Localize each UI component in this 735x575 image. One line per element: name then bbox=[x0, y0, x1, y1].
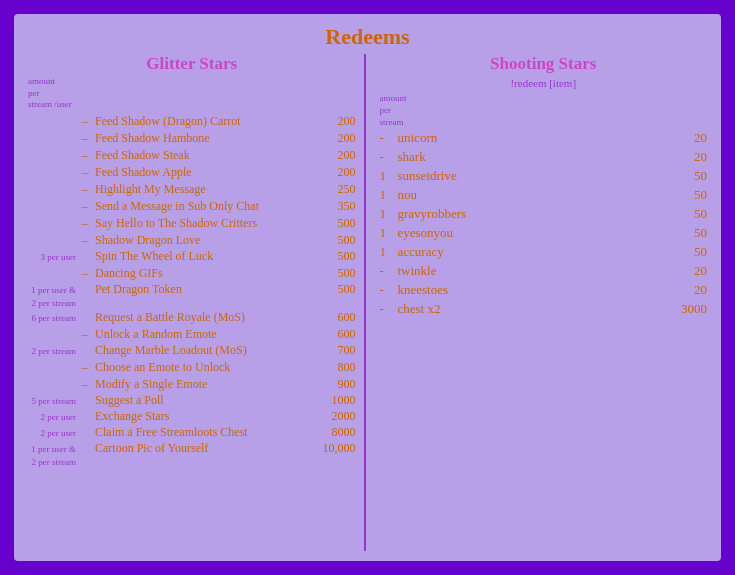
left-items-list: –Feed Shadow (Dragon) Carrot200–Feed Sha… bbox=[28, 113, 356, 468]
right-row-label: shark bbox=[398, 149, 668, 165]
left-list-item: 3 per userSpin The Wheel of Luck500 bbox=[28, 249, 356, 264]
row-prefix: 3 per user bbox=[28, 251, 76, 264]
right-row-amount: 20 bbox=[667, 263, 707, 279]
right-row-label: accuracy bbox=[398, 244, 668, 260]
right-row-amount: 50 bbox=[667, 206, 707, 222]
row-label: Feed Shadow Apple bbox=[95, 165, 318, 180]
right-row-label: unicorn bbox=[398, 130, 668, 146]
row-prefix: 2 per user bbox=[28, 427, 76, 440]
right-row-label: kneestoes bbox=[398, 282, 668, 298]
left-list-item: 2 per userClaim a Free Streamloots Chest… bbox=[28, 425, 356, 440]
row-amount: 350 bbox=[318, 199, 356, 214]
row-label: Modify a Single Emote bbox=[95, 377, 318, 392]
row-amount: 500 bbox=[318, 266, 356, 281]
right-row-dash: 1 bbox=[380, 187, 398, 203]
row-label: Unlock a Random Emote bbox=[95, 327, 318, 342]
left-list-item: –Feed Shadow Steak200 bbox=[28, 147, 356, 163]
right-row-label: chest x2 bbox=[398, 301, 668, 317]
right-row-dash: - bbox=[380, 263, 398, 279]
row-dash: – bbox=[78, 181, 92, 197]
right-row-dash: - bbox=[380, 130, 398, 146]
right-row-amount: 20 bbox=[667, 149, 707, 165]
right-row-label: sunsetdrive bbox=[398, 168, 668, 184]
row-amount: 600 bbox=[318, 310, 356, 325]
right-row-dash: - bbox=[380, 282, 398, 298]
row-amount: 250 bbox=[318, 182, 356, 197]
row-prefix: 6 per stream bbox=[28, 312, 76, 325]
row-amount: 200 bbox=[318, 148, 356, 163]
left-list-item: 1 per user &2 per streamCartoon Pic of Y… bbox=[28, 441, 356, 468]
right-row-dash: 1 bbox=[380, 168, 398, 184]
left-list-item: –Choose an Emote to Unlock800 bbox=[28, 359, 356, 375]
right-row-amount: 50 bbox=[667, 187, 707, 203]
main-container: Redeems Glitter Stars amountperstream /u… bbox=[10, 10, 725, 565]
right-list-item: 1eyesonyou50 bbox=[380, 225, 708, 241]
row-label: Claim a Free Streamloots Chest bbox=[95, 425, 318, 440]
right-row-dash: - bbox=[380, 149, 398, 165]
right-row-label: nou bbox=[398, 187, 668, 203]
left-list-item: 5 per streamSuggest a Poll1000 bbox=[28, 393, 356, 408]
row-label: Feed Shadow Steak bbox=[95, 148, 318, 163]
row-label: Suggest a Poll bbox=[95, 393, 318, 408]
right-row-dash: 1 bbox=[380, 244, 398, 260]
row-label: Exchange Stars bbox=[95, 409, 318, 424]
row-amount: 1000 bbox=[318, 393, 356, 408]
right-amount-label: amountperstream bbox=[380, 93, 708, 128]
right-row-amount: 50 bbox=[667, 225, 707, 241]
row-dash: – bbox=[78, 359, 92, 375]
left-list-item: –Dancing GIFs500 bbox=[28, 265, 356, 281]
row-dash: – bbox=[78, 232, 92, 248]
row-label: Feed Shadow Hambone bbox=[95, 131, 318, 146]
row-dash: – bbox=[78, 113, 92, 129]
left-list-item: 6 per streamRequest a Battle Royale (MoS… bbox=[28, 310, 356, 325]
row-dash: – bbox=[78, 265, 92, 281]
row-dash: – bbox=[78, 164, 92, 180]
row-label: Highlight My Message bbox=[95, 182, 318, 197]
row-prefix: 2 per stream bbox=[28, 345, 76, 358]
right-list-item: -unicorn20 bbox=[380, 130, 708, 146]
right-row-label: twinkle bbox=[398, 263, 668, 279]
row-prefix: 1 per user &2 per stream bbox=[28, 284, 76, 309]
left-list-item: –Shadow Dragon Love500 bbox=[28, 232, 356, 248]
row-prefix: 2 per user bbox=[28, 411, 76, 424]
row-label: Shadow Dragon Love bbox=[95, 233, 318, 248]
right-row-amount: 20 bbox=[667, 282, 707, 298]
right-list-item: -shark20 bbox=[380, 149, 708, 165]
page-title: Redeems bbox=[28, 24, 707, 50]
row-amount: 500 bbox=[318, 249, 356, 264]
left-list-item: 2 per streamChange Marble Loadout (MoS)7… bbox=[28, 343, 356, 358]
row-amount: 200 bbox=[318, 131, 356, 146]
right-list-item: 1sunsetdrive50 bbox=[380, 168, 708, 184]
left-list-item: –Highlight My Message250 bbox=[28, 181, 356, 197]
row-dash: – bbox=[78, 326, 92, 342]
right-list-item: -chest x23000 bbox=[380, 301, 708, 317]
right-column: Shooting Stars !redeem [item] amountpers… bbox=[366, 54, 708, 551]
left-list-item: –Unlock a Random Emote600 bbox=[28, 326, 356, 342]
right-row-label: eyesonyou bbox=[398, 225, 668, 241]
left-list-item: –Send a Message in Sub Only Chat350 bbox=[28, 198, 356, 214]
row-amount: 200 bbox=[318, 114, 356, 129]
columns-wrapper: Glitter Stars amountperstream /user –Fee… bbox=[28, 54, 707, 551]
row-label: Feed Shadow (Dragon) Carrot bbox=[95, 114, 318, 129]
row-amount: 700 bbox=[318, 343, 356, 358]
row-amount: 8000 bbox=[318, 425, 356, 440]
row-label: Request a Battle Royale (MoS) bbox=[95, 310, 318, 325]
row-amount: 500 bbox=[318, 282, 356, 297]
left-list-item: 1 per user &2 per streamPet Dragon Token… bbox=[28, 282, 356, 309]
row-dash: – bbox=[78, 130, 92, 146]
row-label: Change Marble Loadout (MoS) bbox=[95, 343, 318, 358]
row-label: Send a Message in Sub Only Chat bbox=[95, 199, 318, 214]
right-list-item: -kneestoes20 bbox=[380, 282, 708, 298]
right-col-header: Shooting Stars bbox=[380, 54, 708, 74]
right-row-amount: 50 bbox=[667, 244, 707, 260]
row-amount: 2000 bbox=[318, 409, 356, 424]
left-list-item: 2 per userExchange Stars2000 bbox=[28, 409, 356, 424]
right-col-subheader: !redeem [item] bbox=[380, 76, 708, 90]
row-dash: – bbox=[78, 215, 92, 231]
row-prefix: 1 per user &2 per stream bbox=[28, 443, 76, 468]
right-row-dash: - bbox=[380, 301, 398, 317]
row-amount: 900 bbox=[318, 377, 356, 392]
row-amount: 10,000 bbox=[318, 441, 356, 456]
row-dash: – bbox=[78, 198, 92, 214]
row-label: Pet Dragon Token bbox=[95, 282, 318, 297]
